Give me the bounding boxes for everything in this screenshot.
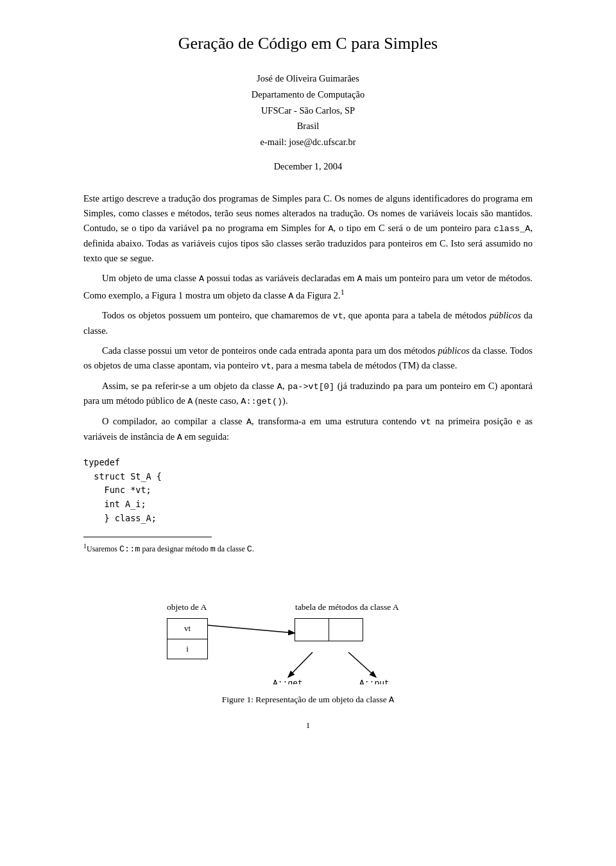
paragraph-3: Todos os objetos possuem um ponteiro, qu… <box>83 308 533 338</box>
tm-box-2 <box>329 618 363 641</box>
figure-caption: Figure 1: Representação de um objeto da … <box>222 693 394 707</box>
code-typedef: typedef struct St_A { Func *vt; int A_i;… <box>83 456 533 525</box>
code-block: typedef struct St_A { Func *vt; int A_i;… <box>83 456 533 525</box>
svg-line-0 <box>208 625 294 633</box>
main-title: Geração de Código em C para Simples <box>83 31 533 56</box>
tm-boxes <box>295 618 399 641</box>
tm-box-1 <box>295 618 329 641</box>
author-dept: Departamento de Computação <box>83 87 533 103</box>
obj-row-vt: vt <box>167 619 207 639</box>
footnote-divider <box>83 537 212 537</box>
tm-area: tabela de métodos da classe A <box>295 601 399 641</box>
author-country: Brasil <box>83 118 533 134</box>
svg-line-2 <box>348 652 375 677</box>
page-number: 1 <box>83 719 533 732</box>
svg-text:A::put: A::put <box>359 679 389 684</box>
figure-diagram-container: objeto de A vt i tabela de métodos da cl… <box>148 582 468 684</box>
paragraph-4: Cada classe possui um vetor de ponteiros… <box>83 343 533 374</box>
author-university: UFSCar - São Carlos, SP <box>83 103 533 119</box>
footnote-text: Usaremos C::m para designar método m da … <box>87 544 254 553</box>
footnote-ref: 1 <box>341 288 345 297</box>
title-block: Geração de Código em C para Simples José… <box>83 31 533 173</box>
paragraph-5: Assim, se pa referir-se a um objeto da c… <box>83 379 533 409</box>
obj-label: objeto de A <box>167 601 208 614</box>
obj-row-i: i <box>167 639 207 659</box>
author-email: e-mail: jose@dc.ufscar.br <box>83 134 533 150</box>
obj-area: objeto de A vt i <box>167 601 208 659</box>
obj-table: vt i <box>167 618 208 659</box>
figure-1: objeto de A vt i tabela de métodos da cl… <box>83 582 533 707</box>
footnote: 1Usaremos C::m para designar método m da… <box>83 541 533 556</box>
figure-caption-text: Representação de um objeto da classe A <box>255 695 394 704</box>
svg-line-1 <box>289 652 312 677</box>
svg-text:A::get: A::get <box>273 679 303 684</box>
tm-label: tabela de métodos da classe A <box>295 601 399 614</box>
page: Geração de Código em C para Simples José… <box>83 0 533 771</box>
date: December 1, 2004 <box>83 159 533 173</box>
paragraph-6: O compilador, ao compilar a classe A, tr… <box>83 414 533 444</box>
main-text: Este artigo descreve a tradução dos prog… <box>83 191 533 557</box>
figure-caption-prefix: Figure 1: <box>222 695 256 704</box>
paragraph-1: Este artigo descreve a tradução dos prog… <box>83 191 533 266</box>
author-name: José de Oliveira Guimarães <box>83 71 533 87</box>
paragraph-2: Um objeto de uma classe A possui todas a… <box>83 271 533 303</box>
author-block: José de Oliveira Guimarães Departamento … <box>83 71 533 150</box>
